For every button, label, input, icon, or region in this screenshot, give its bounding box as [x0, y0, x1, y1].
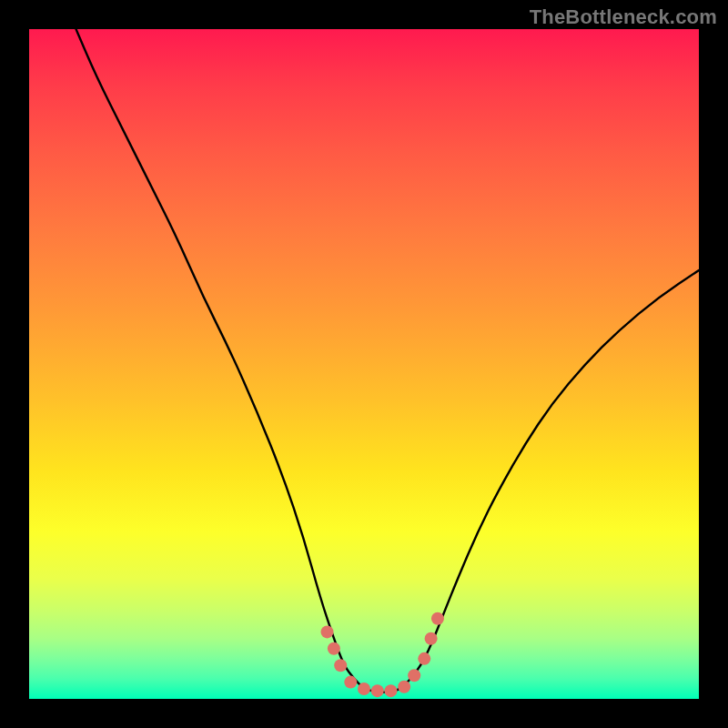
- trough-marker: [328, 642, 340, 655]
- trough-marker: [334, 659, 347, 672]
- trough-marker: [358, 682, 370, 695]
- chart-svg: [29, 29, 699, 699]
- chart-frame: TheBottleneck.com: [0, 0, 728, 728]
- trough-marker: [371, 684, 384, 697]
- trough-marker: [431, 612, 444, 625]
- trough-marker: [418, 652, 430, 665]
- trough-marker: [344, 676, 357, 689]
- trough-marker: [408, 669, 420, 682]
- bottleneck-curve: [76, 29, 699, 693]
- watermark-text: TheBottleneck.com: [530, 5, 717, 29]
- trough-marker: [425, 632, 438, 645]
- trough-marker: [384, 684, 397, 697]
- trough-marker: [398, 681, 410, 693]
- trough-marker: [321, 625, 334, 638]
- plot-area: [29, 29, 699, 699]
